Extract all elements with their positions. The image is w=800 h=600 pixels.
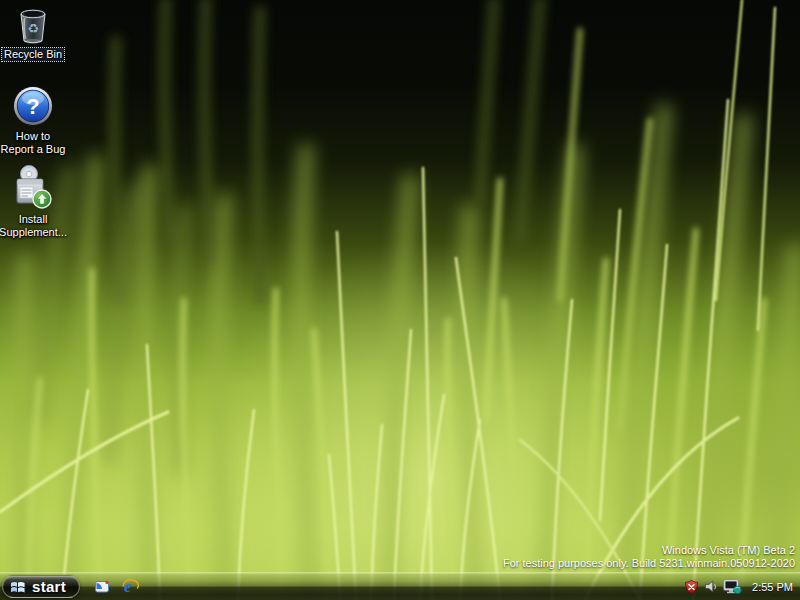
security-alert-icon[interactable]: [684, 579, 699, 595]
help-label-line2: Report a Bug: [1, 143, 66, 155]
quick-launch-app-window-icon[interactable]: [95, 579, 110, 594]
screen: ♻ Recycle Bin: [0, 0, 800, 600]
install-label-line1: Install: [19, 213, 48, 225]
windows-flag-icon: [10, 580, 26, 594]
internet-explorer-icon[interactable]: e: [121, 578, 139, 595]
grass-wallpaper: [0, 0, 800, 600]
build-watermark: Windows Vista (TM) Beta 2 For testing pu…: [503, 544, 795, 570]
recycle-bin-icon: ♻: [13, 6, 53, 46]
desktop-icon-recycle-bin[interactable]: ♻ Recycle Bin: [0, 6, 66, 61]
desktop-icon-label: Install Supplement...: [0, 213, 67, 239]
installer-package-icon: [11, 164, 55, 211]
taskbar-empty-area[interactable]: [139, 573, 684, 600]
watermark-line2: For testing purposes only. Build 5231.wi…: [503, 557, 795, 570]
question-mark-glyph: ?: [26, 94, 39, 119]
clock[interactable]: 2:55 PM: [752, 581, 793, 593]
desktop-icon-install-supplement[interactable]: Install Supplement...: [0, 164, 66, 239]
recycle-bin-label: Recycle Bin: [2, 48, 64, 61]
help-question-icon: ?: [11, 84, 55, 128]
recycle-symbol-glyph: ♻: [27, 21, 39, 36]
quick-launch-bar: e: [95, 578, 139, 595]
start-button-label: start: [32, 578, 66, 595]
system-tray: 2:55 PM: [684, 579, 800, 595]
help-label-line1: How to: [16, 130, 50, 142]
desktop[interactable]: ♻ Recycle Bin: [0, 0, 800, 600]
network-icon[interactable]: [723, 579, 742, 594]
desktop-icon-label: Recycle Bin: [2, 48, 64, 61]
watermark-line1: Windows Vista (TM) Beta 2: [503, 544, 795, 557]
taskbar: start e: [0, 573, 800, 600]
desktop-icon-how-to-report-a-bug[interactable]: ? How to Report a Bug: [0, 84, 66, 156]
install-label-line2: Supplement...: [0, 226, 67, 238]
desktop-icon-label: How to Report a Bug: [1, 130, 66, 156]
volume-icon[interactable]: [704, 579, 718, 594]
start-button[interactable]: start: [2, 575, 80, 598]
